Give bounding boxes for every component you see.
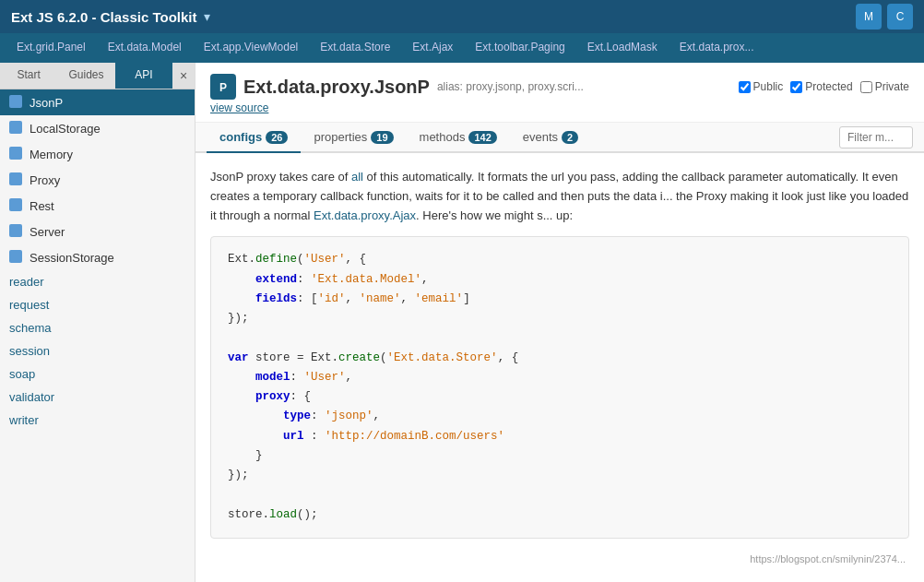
nav-tabs: Ext.grid.Panel Ext.data.Model Ext.app.Vi… [0,33,924,63]
sidebar-label-rest: Rest [30,199,54,213]
tab-events[interactable]: events 2 [510,123,591,153]
nav-tab-2[interactable]: Ext.app.ViewModel [195,37,308,59]
sidebar-label-server: Server [30,225,65,239]
btn-m[interactable]: M [856,4,882,30]
code-line-13 [228,485,892,505]
class-icon: P [210,74,236,100]
code-line-2: extend: 'Ext.data.Model', [228,270,892,290]
filter-input[interactable] [839,126,913,148]
sidebar-plain-validator[interactable]: validator [0,386,195,409]
app-title: Ext JS 6.2.0 - Classic Toolkit [11,9,196,25]
badge-private[interactable]: Private [860,80,909,93]
sidebar-list: JsonP LocalStorage Memory Proxy Rest Ser… [0,89,195,582]
svg-text:P: P [219,81,227,94]
badge-private-checkbox[interactable] [860,81,872,93]
btn-c[interactable]: C [887,4,913,30]
class-badges: Public Protected Private [739,80,909,93]
tab-properties-label: properties [314,130,367,144]
nav-tab-0[interactable]: Ext.grid.Panel [7,37,95,59]
sidebar-item-proxy[interactable]: Proxy [0,167,195,193]
nav-tab-3[interactable]: Ext.data.Store [311,37,399,59]
tab-properties-badge: 19 [371,131,393,144]
tab-methods-label: methods [420,130,466,144]
code-line-12: }); [228,466,892,485]
sidebar-item-memory[interactable]: Memory [0,141,195,167]
code-line-5 [228,328,892,348]
code-block: Ext.define('User', { extend: 'Ext.data.M… [210,236,909,539]
code-line-9: type: 'jsonp', [228,407,892,426]
nav-tab-5[interactable]: Ext.toolbar.Paging [466,37,574,59]
sessionstorage-icon [9,250,24,265]
server-icon [9,224,24,239]
class-title-row: P Ext.data.proxy.JsonP alias: proxy.json… [210,74,909,100]
top-bar: Ext JS 6.2.0 - Classic Toolkit ▾ M C [0,0,924,33]
content-tabs: configs 26 properties 19 methods 142 eve… [195,123,924,153]
badge-public[interactable]: Public [739,80,784,93]
class-name: Ext.data.proxy.JsonP [243,77,430,98]
sidebar-item-server[interactable]: Server [0,219,195,244]
sidebar-plain-request[interactable]: request [0,293,195,316]
code-line-6: var store = Ext.create('Ext.data.Store',… [228,349,892,368]
sidebar-plain-writer[interactable]: writer [0,409,195,432]
code-line-10: url : 'http://domainB.com/users' [228,427,892,446]
top-bar-buttons: M C [856,4,913,30]
sidebar-label-sessionstorage: SessionStorage [30,251,114,265]
jsonp-icon [9,95,24,110]
sidebar-tab-start[interactable]: Start [0,63,57,89]
badge-protected[interactable]: Protected [790,80,852,93]
sidebar-label-localstorage: LocalStorage [30,122,101,136]
badge-protected-checkbox[interactable] [790,81,802,93]
nav-tab-1[interactable]: Ext.data.Model [99,37,191,59]
sidebar-tab-guides[interactable]: Guides [57,63,114,89]
description-text: JsonP proxy takes care of all of this au… [210,168,909,225]
sidebar-plain-schema[interactable]: schema [0,316,195,339]
main-layout: Start Guides API × JsonP LocalStorage Me… [0,63,924,582]
class-alias: alias: proxy.jsonp, proxy.scri... [437,80,584,93]
tab-methods[interactable]: methods 142 [407,123,510,153]
content-area: P Ext.data.proxy.JsonP alias: proxy.json… [195,63,924,582]
all-link[interactable]: all [351,170,363,184]
tab-events-badge: 2 [562,131,578,144]
memory-icon [9,147,24,161]
badge-public-checkbox[interactable] [739,81,751,93]
rest-icon [9,198,24,213]
sidebar-label-proxy: Proxy [30,173,60,187]
ajax-link[interactable]: Ext.data.proxy.Ajax [314,208,416,222]
nav-tab-4[interactable]: Ext.Ajax [403,37,462,59]
tab-properties[interactable]: properties 19 [301,123,406,153]
url-hint: https://blogspot.cn/smilynin/2374... [210,550,909,570]
code-line-4: }); [228,309,892,328]
localstorage-icon [9,121,24,136]
sidebar-close-btn[interactable]: × [172,63,195,89]
view-source-link[interactable]: view source [210,101,909,114]
class-header: P Ext.data.proxy.JsonP alias: proxy.json… [195,63,924,123]
sidebar-tab-api[interactable]: API [115,63,172,89]
sidebar-plain-session[interactable]: session [0,339,195,362]
code-line-3: fields: ['id', 'name', 'email'] [228,290,892,309]
tab-configs-label: configs [219,130,262,144]
nav-tab-7[interactable]: Ext.data.prox... [670,37,764,59]
code-line-1: Ext.define('User', { [228,250,892,269]
sidebar-label-jsonp: JsonP [30,96,63,110]
tab-methods-badge: 142 [468,131,496,144]
sidebar-plain-soap[interactable]: soap [0,362,195,386]
sidebar-plain-reader[interactable]: reader [0,270,195,293]
code-line-8: proxy: { [228,387,892,407]
sidebar-item-rest[interactable]: Rest [0,193,195,219]
sidebar: Start Guides API × JsonP LocalStorage Me… [0,63,195,582]
sidebar-item-jsonp[interactable]: JsonP [0,89,195,115]
sidebar-item-sessionstorage[interactable]: SessionStorage [0,244,195,270]
app-title-arrow[interactable]: ▾ [204,9,210,24]
code-line-11: } [228,446,892,466]
code-line-14: store.load(); [228,505,892,525]
proxy-icon [9,172,24,187]
sidebar-item-localstorage[interactable]: LocalStorage [0,115,195,141]
tab-configs-badge: 26 [266,131,288,144]
sidebar-label-memory: Memory [30,148,73,161]
nav-tab-6[interactable]: Ext.LoadMask [578,37,667,59]
code-line-7: model: 'User', [228,368,892,387]
tab-configs[interactable]: configs 26 [207,123,301,153]
sidebar-tabs: Start Guides API × [0,63,195,89]
content-body: JsonP proxy takes care of all of this au… [195,153,924,580]
tab-events-label: events [523,130,558,144]
